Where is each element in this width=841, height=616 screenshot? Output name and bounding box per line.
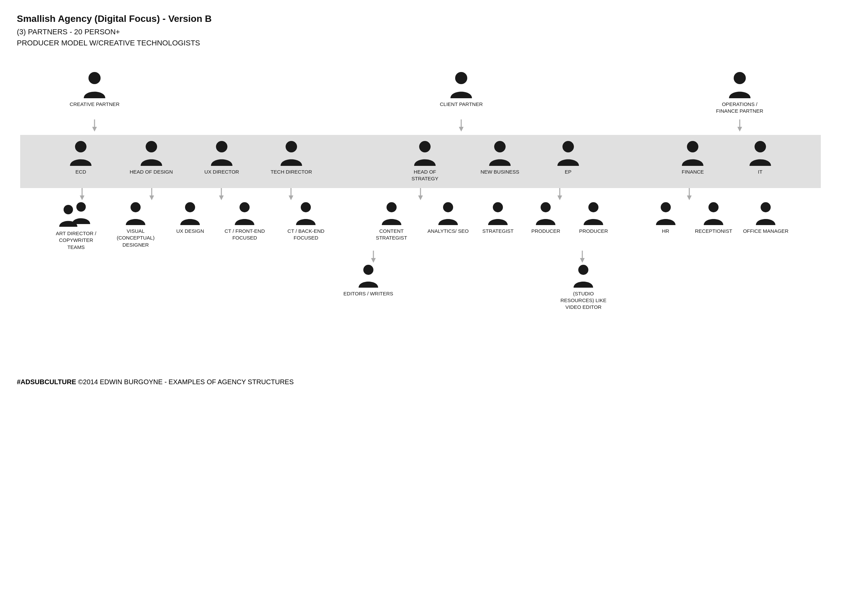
tier-gray-band: ECD HEAD OF DESIGN UX DIRECT xyxy=(20,135,821,188)
page-wrapper: Smallish Agency (Digital Focus) - Versio… xyxy=(0,0,841,409)
down-arrow-head-design xyxy=(147,188,157,202)
tier-partners: CREATIVE PARTNER CLIENT PARTNER xyxy=(20,69,821,118)
svg-point-12 xyxy=(286,141,297,153)
down-arrow-ux-director xyxy=(217,188,226,202)
label-ecd: ECD xyxy=(75,169,86,175)
arrow-creative xyxy=(67,118,122,135)
person-icon-ep xyxy=(557,141,580,166)
person-icon-ops-partner xyxy=(728,72,752,98)
label-client-partner: CLIENT PARTNER xyxy=(440,101,483,108)
node-client-partner: CLIENT PARTNER xyxy=(434,72,488,108)
label-strategist: STRATEGIST xyxy=(482,228,514,235)
svg-point-38 xyxy=(387,202,397,212)
person-icon-art-director-2 xyxy=(71,202,91,224)
node-ux-design: UX DESIGN xyxy=(171,202,208,235)
person-icon-receptionist xyxy=(703,202,724,225)
down-arrow-creative xyxy=(90,119,99,133)
svg-marker-27 xyxy=(418,195,423,200)
svg-point-41 xyxy=(541,202,551,212)
person-icon-producer2 xyxy=(583,202,604,225)
svg-point-0 xyxy=(88,72,101,84)
node-ct-frontend: CT / FRONT-END FOCUSED xyxy=(219,202,270,242)
label-studio-resources: (STUDIO RESOURCES) LIKE VIDEO EDITOR xyxy=(558,290,608,311)
down-arrow-ep xyxy=(555,188,564,202)
arrow-tech-director xyxy=(273,188,309,202)
footer-hashtag: #ADSUBCULTURE xyxy=(17,378,76,386)
arrow-ecd xyxy=(64,188,101,202)
node-strategist: STRATEGIST xyxy=(479,202,516,235)
arrow-producer2 xyxy=(564,251,601,265)
node-producer1: PRODUCER xyxy=(527,202,564,235)
arrow-content-strategist xyxy=(355,251,392,265)
person-icon-it xyxy=(749,141,772,166)
node-producer2: PRODUCER xyxy=(575,202,612,235)
double-person-icon xyxy=(59,202,94,227)
label-art-director: ART DIRECTOR / COPYWRITER TEAMS xyxy=(54,230,98,251)
node-editors-writers: EDITORS / WRITERS xyxy=(343,265,393,297)
label-ops-partner: OPERATIONS / FINANCE PARTNER xyxy=(715,101,765,115)
svg-point-39 xyxy=(443,202,453,212)
arrows-t2-t3 xyxy=(20,188,821,202)
label-ux-design: UX DESIGN xyxy=(176,228,204,235)
node-hr: HR xyxy=(647,202,684,235)
person-icon-tech-director xyxy=(280,141,303,166)
node-receptionist: RECEPTIONIST xyxy=(695,202,733,235)
arrow-head-design xyxy=(133,188,170,202)
svg-point-51 xyxy=(578,265,588,275)
person-icon-finance xyxy=(681,141,704,166)
svg-point-34 xyxy=(130,202,141,212)
down-arrow-ecd xyxy=(78,188,87,202)
person-icon-hr xyxy=(655,202,676,225)
footer-rest: ©2014 EDWIN BURGOYNE - EXAMPLES OF AGENC… xyxy=(76,378,294,386)
node-new-business: NEW BUSINESS xyxy=(481,141,519,175)
svg-point-40 xyxy=(493,202,503,212)
svg-point-10 xyxy=(146,141,157,153)
svg-marker-49 xyxy=(580,258,585,263)
svg-point-1 xyxy=(455,72,467,84)
person-icon-creative-partner xyxy=(82,72,107,98)
person-icon-office-manager xyxy=(755,202,776,225)
tier4-row: EDITORS / WRITERS (STUDIO RESOURCES) LIK… xyxy=(20,265,821,311)
person-icon-head-design xyxy=(140,141,163,166)
node-it: IT xyxy=(742,141,779,175)
node-ecd: ECD xyxy=(62,141,99,175)
svg-marker-4 xyxy=(92,127,97,132)
svg-marker-6 xyxy=(459,127,464,132)
svg-marker-31 xyxy=(687,195,692,200)
svg-point-15 xyxy=(563,141,574,153)
svg-point-33 xyxy=(76,202,86,212)
footer: #ADSUBCULTURE ©2014 EDWIN BURGOYNE - EXA… xyxy=(17,378,824,396)
node-office-manager: OFFICE MANAGER xyxy=(743,202,788,235)
down-arrow-tech-director xyxy=(286,188,296,202)
node-ux-director: UX DIRECTOR xyxy=(203,141,240,175)
person-icon-studio-resources xyxy=(573,265,594,287)
label-ct-frontend: CT / FRONT-END FOCUSED xyxy=(219,228,270,242)
svg-marker-47 xyxy=(371,258,376,263)
label-ep: EP xyxy=(565,169,571,175)
tier3-row: ART DIRECTOR / COPYWRITER TEAMS VISUAL (… xyxy=(20,202,821,251)
svg-point-45 xyxy=(760,202,771,212)
person-icon-editors-writers xyxy=(358,265,379,287)
node-tech-director: TECH DIRECTOR xyxy=(271,141,312,175)
node-creative-partner: CREATIVE PARTNER xyxy=(67,72,122,108)
person-icon-client-partner xyxy=(449,72,473,98)
arrows-t1-t2 xyxy=(20,118,821,135)
node-head-design: HEAD OF DESIGN xyxy=(129,141,173,175)
svg-point-44 xyxy=(708,202,719,212)
label-editors-writers: EDITORS / WRITERS xyxy=(343,290,393,297)
label-tech-director: TECH DIRECTOR xyxy=(271,169,312,175)
person-icon-strategist xyxy=(488,202,508,225)
down-arrow-content-strategist xyxy=(369,251,378,265)
svg-point-43 xyxy=(661,202,671,212)
down-arrow-head-strategy xyxy=(416,188,425,202)
label-creative-partner: CREATIVE PARTNER xyxy=(70,101,119,108)
svg-point-37 xyxy=(301,202,311,212)
header: Smallish Agency (Digital Focus) - Versio… xyxy=(17,13,824,48)
svg-point-36 xyxy=(240,202,250,212)
arrow-client xyxy=(434,118,488,135)
svg-point-14 xyxy=(494,141,505,153)
label-content-strategist: CONTENT STRATEGIST xyxy=(366,228,417,242)
down-arrow-client xyxy=(457,119,466,133)
label-hr: HR xyxy=(662,228,670,235)
label-office-manager: OFFICE MANAGER xyxy=(743,228,788,235)
